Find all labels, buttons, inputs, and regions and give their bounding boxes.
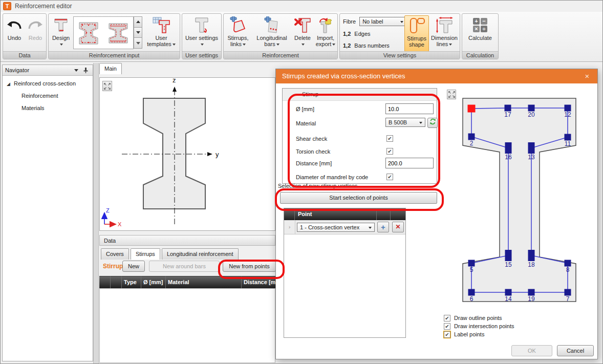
gallery-down-button[interactable] bbox=[134, 27, 142, 38]
cancel-button[interactable]: Cancel bbox=[557, 345, 594, 356]
longitudinal-bars-button[interactable]: Longitudinal bars bbox=[252, 15, 291, 47]
stirrup-vertex[interactable] bbox=[528, 289, 535, 296]
data-panel-header: Data bbox=[99, 235, 275, 246]
main-canvas[interactable]: z y Z X bbox=[99, 77, 275, 231]
mandrel-checkbox[interactable]: ✔ bbox=[386, 174, 393, 180]
redo-button[interactable]: Redo bbox=[26, 15, 45, 41]
design-button[interactable]: Design bbox=[50, 15, 72, 47]
window-title: Reinforcement editor bbox=[15, 3, 72, 10]
new-button[interactable]: New bbox=[122, 261, 145, 272]
column-diameter: Ø [mm] bbox=[141, 276, 166, 288]
group-label-calculation: Calculation bbox=[462, 51, 498, 59]
stirrup-vertex[interactable] bbox=[565, 289, 571, 296]
column-blank-1 bbox=[99, 276, 111, 288]
ribbon-group-calculation: +−×÷ Calculate Calculation bbox=[462, 13, 499, 59]
tab-longitudinal-reinforcement[interactable]: Longitudinal reinforcement bbox=[162, 248, 239, 260]
distance-input[interactable] bbox=[385, 158, 434, 168]
label-points-checkbox[interactable]: ✔ bbox=[444, 331, 450, 338]
tree-item-reinforcement[interactable]: Reinforcement bbox=[3, 90, 93, 102]
fit-arrows-icon bbox=[104, 83, 111, 90]
stirrup-vertex[interactable] bbox=[565, 105, 571, 112]
user-settings-button[interactable]: User settings bbox=[185, 15, 219, 47]
gallery-more-button[interactable] bbox=[134, 37, 142, 49]
edges-toggle[interactable]: 1,2 Edges bbox=[343, 29, 371, 38]
bars-numbers-toggle[interactable]: 1,2 Bars numbers bbox=[343, 41, 390, 50]
shear-checkbox[interactable]: ✔ bbox=[386, 135, 393, 142]
svg-text:×: × bbox=[475, 26, 478, 32]
calculate-button[interactable]: +−×÷ Calculate bbox=[464, 15, 496, 41]
tree-item-reinforced-cross-section[interactable]: ◢ Reinforced cross-section bbox=[3, 77, 93, 90]
delete-point-button[interactable]: ✕ bbox=[392, 222, 404, 232]
up-arrow-icon bbox=[136, 20, 140, 23]
gallery-spinner bbox=[134, 16, 142, 48]
triad-x-label: X bbox=[118, 221, 122, 227]
point-type-select[interactable]: 1 - Cross-section vertex bbox=[297, 223, 375, 232]
gallery-up-button[interactable] bbox=[134, 16, 142, 28]
stirrup-vertex[interactable] bbox=[468, 289, 475, 296]
stirrup-vertex[interactable] bbox=[565, 260, 571, 267]
stirrup-vertex[interactable] bbox=[505, 142, 512, 154]
stirrups-links-button[interactable]: Stirrups, links bbox=[225, 15, 251, 47]
tab-stirrups[interactable]: Stirrups bbox=[131, 248, 160, 260]
tab-main[interactable]: Main bbox=[99, 63, 122, 74]
ok-button[interactable]: OK bbox=[511, 345, 552, 356]
stirrup-vertex[interactable] bbox=[565, 134, 571, 141]
stirrups-shape-button[interactable]: Stirrups shape bbox=[404, 15, 429, 52]
dialog-title-bar[interactable]: Stirrups created via cross-section verti… bbox=[276, 69, 597, 83]
stirrup-vertex[interactable] bbox=[468, 134, 475, 140]
template-ibeam-icon-1[interactable] bbox=[76, 19, 101, 46]
label-points-row: ✔ Label points bbox=[444, 331, 484, 338]
stirrup-vertex[interactable] bbox=[528, 105, 535, 112]
dimension-lines-button[interactable]: Dimension lines bbox=[429, 15, 460, 47]
column-blank-2 bbox=[111, 276, 122, 288]
start-selection-button[interactable]: Start selection of points bbox=[280, 192, 437, 204]
new-around-bars-button[interactable]: New around bars bbox=[149, 261, 220, 272]
row-selector[interactable]: › bbox=[284, 220, 295, 234]
group-label-reinforcement: Reinforcement bbox=[224, 51, 337, 59]
point-column-delete bbox=[391, 208, 404, 220]
panel-splitter[interactable] bbox=[93, 63, 99, 364]
navigator-dropdown-icon[interactable] bbox=[74, 69, 78, 72]
template-gallery[interactable] bbox=[73, 16, 134, 49]
import-export-button[interactable]: Import, export bbox=[314, 15, 337, 47]
stirrup-vertex[interactable] bbox=[505, 289, 512, 296]
stirrup-vertex-label: 8 bbox=[566, 266, 570, 273]
stirrup-vertex[interactable] bbox=[528, 250, 535, 261]
close-icon[interactable]: × bbox=[582, 69, 592, 83]
chevron-down-icon bbox=[276, 44, 279, 46]
pin-icon[interactable] bbox=[83, 67, 89, 74]
material-select[interactable]: B 500B bbox=[385, 118, 425, 127]
refresh-icon bbox=[429, 118, 436, 125]
draw-intersection-points-checkbox[interactable]: ✔ bbox=[444, 323, 450, 330]
tree-item-materials[interactable]: Materials bbox=[3, 102, 93, 114]
stirrup-preview[interactable]: 1720122111613151858614197 bbox=[442, 96, 596, 316]
diameter-input[interactable] bbox=[385, 103, 434, 114]
torsion-checkbox[interactable]: ✔ bbox=[386, 148, 393, 155]
stirrup-vertex-label: 16 bbox=[505, 154, 512, 161]
tab-covers[interactable]: Covers bbox=[101, 248, 129, 260]
point-row[interactable]: › 1 - Cross-section vertex + ✕ bbox=[284, 220, 405, 234]
draw-outline-points-checkbox[interactable]: ✔ bbox=[444, 315, 450, 322]
z-axis-label: z bbox=[173, 78, 176, 84]
delete-button[interactable]: Delete bbox=[292, 15, 313, 47]
stirrup-groupbox: Stirrup Ø [mm] Material B 500B Shear che… bbox=[282, 88, 437, 184]
stirrup-vertex[interactable] bbox=[468, 260, 475, 267]
stirrups-table-body[interactable] bbox=[99, 288, 275, 363]
fibre-select[interactable]: No label bbox=[359, 17, 406, 26]
stirrup-vertex[interactable] bbox=[505, 250, 512, 261]
template-ibeam-icon-2[interactable] bbox=[106, 19, 131, 46]
point-column-blank bbox=[284, 208, 295, 220]
user-templates-button[interactable]: User templates bbox=[144, 15, 179, 47]
stirrup-vertex-selected[interactable] bbox=[468, 105, 476, 113]
zoom-fit-button[interactable] bbox=[102, 81, 112, 91]
ribbon-group-user-settings: User settings User settings bbox=[182, 13, 222, 59]
new-from-points-button[interactable]: New from points bbox=[223, 261, 276, 272]
stirrup-vertex[interactable] bbox=[505, 105, 511, 112]
add-point-button[interactable]: + bbox=[377, 222, 389, 232]
draw-outline-points-label: Draw outline points bbox=[454, 315, 502, 321]
tree-expander-icon[interactable]: ◢ bbox=[7, 81, 10, 87]
undo-button[interactable]: Undo bbox=[4, 15, 25, 41]
stirrup-vertex[interactable] bbox=[528, 142, 535, 154]
shear-check-label: Shear check bbox=[296, 134, 327, 144]
material-refresh-button[interactable] bbox=[427, 118, 438, 128]
